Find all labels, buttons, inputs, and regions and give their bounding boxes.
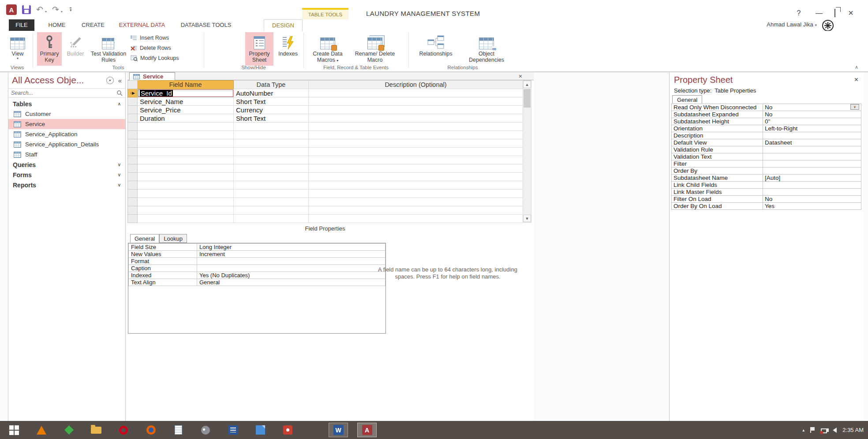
grid-scrollbar[interactable]: ▲ ▼: [523, 80, 531, 223]
restore-button[interactable]: [834, 9, 835, 17]
indexes-button[interactable]: Indexes: [275, 32, 301, 66]
property-row[interactable]: IndexedYes (No Duplicates): [129, 272, 385, 279]
row-selector[interactable]: [128, 97, 138, 106]
tab-home[interactable]: HOME: [44, 19, 70, 31]
empty-grid-row[interactable]: [128, 164, 523, 173]
redo-dropdown-icon[interactable]: ▾: [61, 10, 63, 14]
property-row[interactable]: Default ViewDatasheet: [672, 139, 861, 146]
primary-key-button[interactable]: Primary Key: [37, 32, 62, 66]
delete-rows-button[interactable]: Delete Rows: [131, 44, 171, 52]
column-header-field-name[interactable]: Field Name: [138, 81, 234, 89]
taskbar-word[interactable]: W: [329, 423, 348, 437]
nav-group-tables[interactable]: Tables ∧: [8, 99, 125, 109]
nav-menu-button[interactable]: ▾: [106, 77, 114, 84]
view-button[interactable]: View ▾: [6, 32, 29, 66]
object-dependencies-button[interactable]: ∞ Object Dependencies: [462, 32, 511, 66]
row-selector[interactable]: [128, 106, 138, 114]
nav-group-reports[interactable]: Reports ∨: [8, 180, 125, 190]
taskbar-app-light-blue[interactable]: [251, 423, 270, 437]
empty-grid-row[interactable]: [128, 139, 523, 148]
empty-grid-row[interactable]: [128, 190, 523, 198]
nav-item-staff[interactable]: Staff: [8, 149, 125, 160]
property-row[interactable]: Field SizeLong Integer: [129, 244, 385, 251]
field-properties-tab-lookup[interactable]: Lookup: [159, 234, 187, 243]
property-row[interactable]: Validation Rule: [672, 146, 861, 153]
tab-database-tools[interactable]: DATABASE TOOLS: [177, 19, 235, 31]
taskbar-file-explorer[interactable]: [86, 423, 106, 437]
nav-shutter-button[interactable]: «: [118, 77, 122, 84]
row-selector-primary-key[interactable]: ▶: [128, 89, 138, 97]
property-row[interactable]: Format: [129, 258, 385, 265]
taskbar-app-green[interactable]: [59, 423, 79, 437]
taskbar-gimp[interactable]: [196, 423, 215, 437]
property-row[interactable]: Subdatasheet Name[Auto]: [672, 175, 861, 182]
property-row[interactable]: Filter: [672, 160, 861, 167]
insert-rows-button[interactable]: Insert Rows: [131, 33, 169, 42]
rename-delete-macro-button[interactable]: Rename/ Delete Macro: [352, 32, 398, 66]
minimize-button[interactable]: —: [814, 9, 824, 17]
field-row-service-name[interactable]: Service_Name Short Text: [128, 97, 523, 106]
nav-group-queries[interactable]: Queries ∨: [8, 160, 125, 170]
empty-grid-row[interactable]: [128, 215, 523, 223]
empty-grid-row[interactable]: [128, 173, 523, 181]
column-header-description[interactable]: Description (Optional): [309, 81, 523, 89]
account-menu[interactable]: Ahmad Lawal Jika ▾: [767, 21, 817, 28]
description-cell[interactable]: [309, 106, 523, 114]
empty-grid-row[interactable]: [128, 131, 523, 139]
search-icon[interactable]: [116, 90, 123, 96]
taskbar-opera[interactable]: [114, 423, 133, 437]
property-row[interactable]: Text AlignGeneral: [129, 279, 385, 286]
field-row-duration[interactable]: Duration Short Text: [128, 114, 523, 123]
field-name-cell[interactable]: Service_Id: [138, 89, 234, 97]
relationships-button[interactable]: Relationships: [414, 32, 458, 66]
nav-group-forms[interactable]: Forms ∨: [8, 170, 125, 180]
description-cell[interactable]: [309, 89, 523, 97]
property-row[interactable]: Link Child Fields: [672, 182, 861, 189]
empty-grid-row[interactable]: [128, 123, 523, 131]
nav-item-service-application-details[interactable]: Service_Application_Details: [8, 139, 125, 149]
scroll-down-button[interactable]: ▼: [523, 215, 531, 222]
tab-external-data[interactable]: EXTERNAL DATA: [116, 19, 168, 31]
property-row[interactable]: Read Only When Disconnected ∨No: [672, 104, 861, 111]
tab-create[interactable]: CREATE: [79, 19, 107, 31]
description-cell[interactable]: [309, 97, 523, 106]
property-row[interactable]: Subdatasheet ExpandedNo: [672, 111, 861, 118]
action-center-icon[interactable]: [810, 427, 815, 433]
volume-icon[interactable]: [833, 428, 837, 433]
access-logo-icon[interactable]: A: [6, 4, 17, 15]
empty-grid-row[interactable]: [128, 181, 523, 190]
empty-grid-row[interactable]: [128, 148, 523, 156]
data-type-cell[interactable]: Currency: [234, 106, 309, 114]
close-button[interactable]: ×: [846, 8, 856, 18]
help-button[interactable]: ?: [794, 9, 804, 17]
tab-file[interactable]: FILE: [9, 19, 34, 31]
scroll-up-button[interactable]: ▲: [523, 81, 531, 88]
property-row[interactable]: Link Master Fields: [672, 189, 861, 196]
taskbar-app-red[interactable]: [278, 423, 297, 437]
taskbar-app-blue-doc[interactable]: [223, 423, 243, 437]
description-cell[interactable]: [309, 114, 523, 123]
taskbar-notepad[interactable]: [168, 423, 188, 437]
redo-button[interactable]: ↷: [52, 5, 59, 14]
save-button[interactable]: [22, 5, 31, 14]
property-row[interactable]: Caption: [129, 265, 385, 272]
dropdown-button[interactable]: ∨: [850, 104, 859, 110]
undo-dropdown-icon[interactable]: ▾: [45, 10, 47, 14]
property-row[interactable]: New ValuesIncrement: [129, 251, 385, 258]
taskbar-firefox[interactable]: [141, 423, 161, 437]
empty-grid-row[interactable]: [128, 206, 523, 215]
data-type-cell[interactable]: Short Text: [234, 114, 309, 123]
test-validation-rules-button[interactable]: ✔ Test Validation Rules: [89, 32, 128, 66]
field-row-service-price[interactable]: Service_Price Currency: [128, 106, 523, 114]
data-type-cell[interactable]: AutoNumber: [234, 89, 309, 97]
property-row[interactable]: Filter On LoadNo: [672, 196, 861, 203]
property-row[interactable]: OrientationLeft-to-Right: [672, 125, 861, 132]
account-avatar[interactable]: [822, 20, 834, 31]
property-row[interactable]: Order By On LoadYes: [672, 203, 861, 210]
empty-grid-row[interactable]: [128, 156, 523, 164]
property-row[interactable]: Subdatasheet Height0": [672, 118, 861, 125]
network-status-icon[interactable]: [821, 428, 827, 433]
nav-item-customer[interactable]: Customer: [8, 109, 125, 119]
field-name-cell[interactable]: Service_Price: [138, 106, 234, 114]
nav-item-service[interactable]: Service: [8, 119, 125, 129]
